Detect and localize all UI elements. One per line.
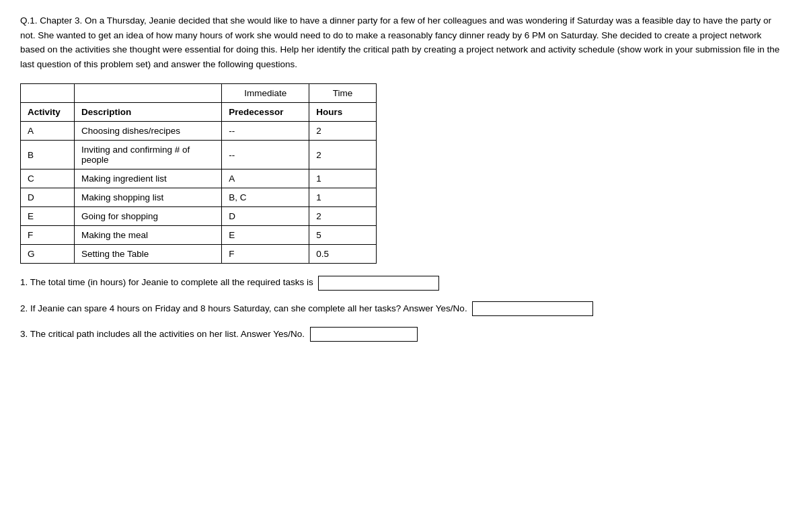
cell-desc-c: Making ingredient list (74, 169, 221, 188)
header-description-label: Description (74, 103, 221, 122)
question3-text: 3. The critical path includes all the ac… (20, 329, 305, 339)
cell-desc-d: Making shopping list (74, 188, 221, 207)
cell-pred-f: E (222, 226, 309, 245)
header-description-empty (74, 84, 221, 103)
question1-line: 1. The total time (in hours) for Jeanie … (20, 274, 787, 291)
table-row: C Making ingredient list A 1 (21, 169, 377, 188)
question1-answer-input[interactable] (318, 276, 439, 291)
question2-text: 2. If Jeanie can spare 4 hours on Friday… (20, 303, 467, 313)
cell-hours-b: 2 (309, 141, 377, 169)
activity-table: Immediate Time Activity Description Pred… (20, 83, 377, 264)
header-predecessor-label: Predecessor (222, 103, 309, 122)
cell-hours-g: 0.5 (309, 245, 377, 264)
cell-pred-e: D (222, 207, 309, 226)
cell-hours-c: 1 (309, 169, 377, 188)
cell-pred-a: -- (222, 122, 309, 141)
table-row: F Making the meal E 5 (21, 226, 377, 245)
question2-line: 2. If Jeanie can spare 4 hours on Friday… (20, 301, 787, 317)
cell-activity-e: E (21, 207, 75, 226)
table-header-top: Immediate Time (21, 84, 377, 103)
cell-pred-b: -- (222, 141, 309, 169)
header-time: Time (309, 84, 377, 103)
cell-pred-c: A (222, 169, 309, 188)
cell-desc-b: Inviting and confirming # of people (74, 141, 221, 169)
question1-text: 1. The total time (in hours) for Jeanie … (20, 277, 313, 287)
header-hours-label: Hours (309, 103, 377, 122)
table-row: D Making shopping list B, C 1 (21, 188, 377, 207)
cell-activity-c: C (21, 169, 75, 188)
cell-desc-a: Choosing dishes/recipes (74, 122, 221, 141)
table-header-bottom: Activity Description Predecessor Hours (21, 103, 377, 122)
cell-hours-e: 2 (309, 207, 377, 226)
header-activity-empty (21, 84, 75, 103)
table-row: A Choosing dishes/recipes -- 2 (21, 122, 377, 141)
header-immediate: Immediate (222, 84, 309, 103)
question3-answer-input[interactable] (310, 327, 418, 342)
cell-hours-f: 5 (309, 226, 377, 245)
cell-desc-f: Making the meal (74, 226, 221, 245)
cell-hours-a: 2 (309, 122, 377, 141)
question2-answer-input[interactable] (472, 301, 593, 316)
cell-pred-g: F (222, 245, 309, 264)
cell-desc-e: Going for shopping (74, 207, 221, 226)
cell-activity-d: D (21, 188, 75, 207)
header-activity-label: Activity (21, 103, 75, 122)
activity-table-wrapper: Immediate Time Activity Description Pred… (20, 83, 787, 264)
question3-line: 3. The critical path includes all the ac… (20, 326, 787, 342)
table-row: E Going for shopping D 2 (21, 207, 377, 226)
cell-hours-d: 1 (309, 188, 377, 207)
cell-activity-a: A (21, 122, 75, 141)
cell-pred-d: B, C (222, 188, 309, 207)
table-row: G Setting the Table F 0.5 (21, 245, 377, 264)
table-row: B Inviting and confirming # of people --… (21, 141, 377, 169)
cell-activity-g: G (21, 245, 75, 264)
cell-activity-f: F (21, 226, 75, 245)
question-text: Q.1. Chapter 3. On a Thursday, Jeanie de… (20, 13, 787, 71)
cell-activity-b: B (21, 141, 75, 169)
cell-desc-g: Setting the Table (74, 245, 221, 264)
